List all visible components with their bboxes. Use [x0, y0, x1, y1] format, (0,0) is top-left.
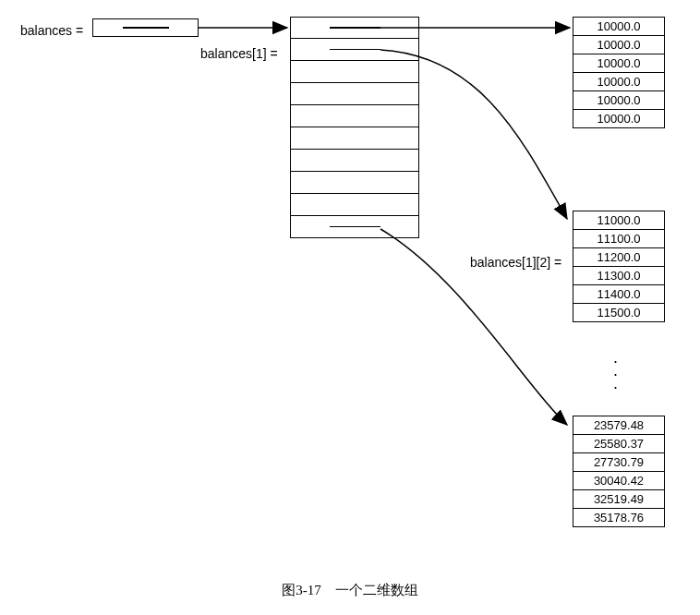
figure-caption: 图3-17 一个二维数组 — [0, 582, 700, 599]
array-0-cell: 10000.0 — [573, 17, 665, 36]
array-1: 11000.0 11100.0 11200.0 11300.0 11400.0 … — [573, 211, 665, 322]
mid-cell-8 — [290, 194, 419, 216]
array-last-cell: 30040.42 — [573, 472, 665, 490]
array-0-cell: 10000.0 — [573, 91, 665, 110]
mid-cell-0 — [290, 17, 419, 39]
balances-ref-box — [92, 18, 199, 37]
mid-cell-6 — [290, 150, 419, 172]
array-1-cell: 11100.0 — [573, 230, 665, 248]
array-last-cell: 27730.79 — [573, 453, 665, 472]
mid-cell-5 — [290, 127, 419, 150]
mid-cell-3 — [290, 83, 419, 105]
array-0-cell: 10000.0 — [573, 110, 665, 128]
array-1-cell: 11300.0 — [573, 267, 665, 285]
mid-cell-4 — [290, 105, 419, 127]
array-last-cell: 32519.49 — [573, 490, 665, 509]
array-1-cell: 11200.0 — [573, 248, 665, 267]
array-last: 23579.48 25580.37 27730.79 30040.42 3251… — [573, 416, 665, 527]
mid-cell-1 — [290, 39, 419, 61]
array-0: 10000.0 10000.0 10000.0 10000.0 10000.0 … — [573, 17, 665, 128]
balances-1-2-label: balances[1][2] = — [470, 255, 561, 270]
balances-1-label: balances[1] = — [200, 46, 278, 61]
array-last-cell: 35178.76 — [573, 509, 665, 527]
array-last-cell: 23579.48 — [573, 416, 665, 435]
balances-label: balances = — [20, 23, 83, 38]
array-1-cell: 11400.0 — [573, 285, 665, 304]
array-1-cell: 11000.0 — [573, 211, 665, 230]
ellipsis-dots: ... — [613, 351, 618, 390]
mid-cell-7 — [290, 172, 419, 194]
middle-array — [290, 17, 419, 238]
pointer-mark — [123, 27, 169, 29]
mid-cell-9 — [290, 216, 419, 238]
mid-cell-2 — [290, 61, 419, 83]
array-1-cell: 11500.0 — [573, 304, 665, 322]
array-last-cell: 25580.37 — [573, 435, 665, 453]
array-0-cell: 10000.0 — [573, 54, 665, 73]
array-0-cell: 10000.0 — [573, 73, 665, 91]
array-0-cell: 10000.0 — [573, 36, 665, 54]
